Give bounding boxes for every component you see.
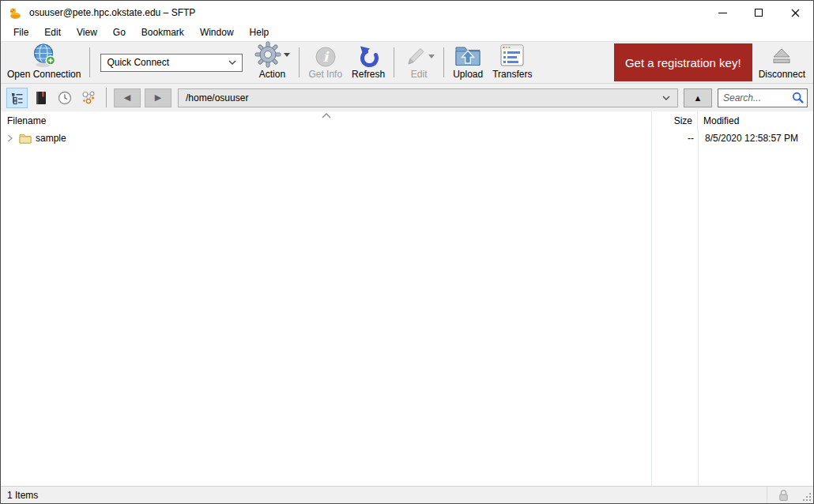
menu-bookmark[interactable]: Bookmark (134, 25, 192, 40)
toolbar-separator (443, 47, 444, 77)
view-bonjour-button[interactable] (77, 88, 99, 108)
lock-wrap (767, 489, 799, 502)
column-divider (698, 130, 699, 486)
view-outline-button[interactable] (6, 88, 28, 108)
edit-button: Edit (398, 42, 439, 83)
path-value: /home/osuuser (186, 92, 662, 103)
view-history-button[interactable] (54, 88, 75, 108)
transfers-icon (498, 42, 526, 69)
transfers-button[interactable]: Transfers (488, 42, 537, 83)
duck-icon (9, 6, 22, 20)
upload-folder-icon (454, 42, 482, 69)
navigation-bar: ◀ ▶ /home/osuuser ▲ (1, 84, 813, 111)
size-cell: -- (651, 133, 699, 144)
toolbar-separator (299, 47, 300, 77)
minimize-icon (718, 13, 727, 13)
menu-go[interactable]: Go (105, 25, 134, 40)
eject-icon (771, 46, 793, 68)
gear-icon (254, 40, 282, 69)
forward-button[interactable]: ▶ (145, 88, 171, 107)
up-arrow-icon: ▲ (694, 93, 703, 103)
resize-grip-icon[interactable] (802, 492, 812, 502)
refresh-icon (356, 43, 381, 69)
padlock-icon (778, 489, 790, 502)
minimize-button[interactable] (704, 1, 741, 24)
back-arrow-icon: ◀ (124, 92, 130, 103)
expander-chevron-icon[interactable] (5, 134, 16, 143)
window-title: osuuser@pete.hpc.okstate.edu – SFTP (29, 7, 195, 18)
action-button[interactable]: Action (249, 42, 295, 83)
outline-tree-icon (10, 91, 24, 105)
file-browser: Filename Size Modified sample -- 8/5/202… (1, 111, 813, 486)
open-connection-label: Open Connection (7, 69, 81, 81)
menu-bar: File Edit View Go Bookmark Window Help (1, 24, 813, 41)
quick-connect-wrap: Quick Connect (94, 42, 249, 83)
close-button[interactable] (777, 1, 813, 24)
quick-connect-value: Quick Connect (107, 57, 228, 68)
disconnect-label: Disconnect (759, 69, 805, 81)
open-connection-button[interactable]: Open Connection (2, 42, 85, 83)
dropdown-caret-icon (428, 55, 435, 58)
maximize-button[interactable] (741, 1, 777, 24)
grip-wrap (799, 487, 813, 503)
chevron-down-icon (228, 60, 236, 65)
toolbar: Open Connection Quick Connect (1, 41, 813, 84)
edit-label: Edit (411, 69, 428, 81)
path-select[interactable]: /home/osuuser (178, 88, 678, 107)
menu-help[interactable]: Help (242, 25, 277, 40)
table-row[interactable]: sample -- 8/5/2020 12:58:57 PM (1, 130, 813, 146)
search-box (718, 88, 808, 107)
registration-key-button[interactable]: Get a registration key! (614, 43, 752, 81)
navbar-separator (106, 88, 107, 107)
search-icon (792, 92, 804, 103)
pencil-icon (403, 45, 427, 69)
up-directory-button[interactable]: ▲ (684, 88, 712, 107)
upload-button[interactable]: Upload (448, 42, 488, 83)
status-bar: 1 Items (1, 486, 813, 503)
file-name: sample (36, 133, 66, 144)
back-button[interactable]: ◀ (114, 88, 141, 107)
folder-icon (19, 133, 32, 144)
maximize-icon (755, 9, 763, 17)
app-window: osuuser@pete.hpc.okstate.edu – SFTP File… (0, 0, 814, 504)
quick-connect-select[interactable]: Quick Connect (100, 54, 243, 72)
upload-label: Upload (453, 69, 483, 81)
close-icon (791, 9, 800, 17)
title-bar: osuuser@pete.hpc.okstate.edu – SFTP (1, 1, 813, 24)
column-header-modified[interactable]: Modified (698, 111, 813, 130)
menu-edit[interactable]: Edit (36, 25, 69, 40)
column-header-row: Filename Size Modified (1, 111, 813, 130)
sort-ascending-icon (322, 113, 331, 118)
disconnect-button[interactable]: Disconnect (754, 42, 810, 83)
items-count: 1 Items (7, 490, 38, 501)
column-divider (651, 130, 652, 486)
transfers-label: Transfers (492, 69, 532, 81)
filename-cell: sample (1, 133, 651, 144)
refresh-button[interactable]: Refresh (347, 42, 390, 83)
bookmarks-book-icon (34, 90, 48, 106)
window-controls (704, 1, 813, 24)
info-icon: i (314, 45, 337, 69)
view-bookmarks-button[interactable] (30, 88, 51, 108)
history-clock-icon (58, 91, 72, 105)
chevron-down-icon (662, 96, 670, 100)
menu-file[interactable]: File (7, 25, 36, 40)
globe-plus-icon (31, 42, 58, 69)
forward-arrow-icon: ▶ (155, 92, 161, 103)
get-info-button: i Get Info (303, 42, 347, 83)
column-header-size[interactable]: Size (651, 111, 698, 130)
action-label: Action (259, 69, 285, 81)
toolbar-separator (89, 47, 90, 77)
bonjour-icon (81, 90, 96, 105)
dropdown-caret-icon (284, 53, 290, 57)
search-input[interactable] (723, 92, 792, 103)
status-right (767, 487, 813, 503)
toolbar-separator (394, 47, 394, 77)
refresh-label: Refresh (352, 69, 385, 81)
menu-window[interactable]: Window (192, 25, 242, 40)
modified-cell: 8/5/2020 12:58:57 PM (699, 133, 813, 144)
get-info-label: Get Info (308, 69, 342, 81)
menu-view[interactable]: View (69, 25, 105, 40)
